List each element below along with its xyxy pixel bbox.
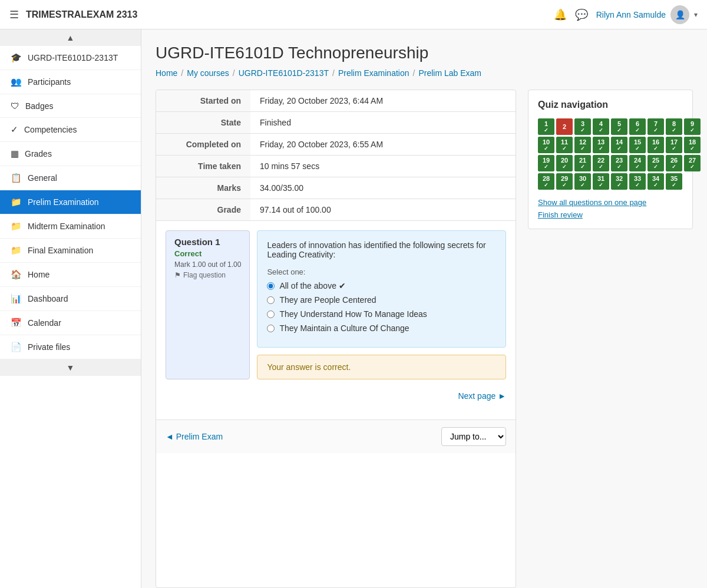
finish-review-link[interactable]: Finish review xyxy=(538,210,683,219)
nav-btn-10[interactable]: 10✓ xyxy=(538,137,554,153)
nav-btn-check-35: ✓ xyxy=(672,182,676,188)
option-label-opt3[interactable]: They Understand How To Manage Ideas xyxy=(279,309,427,319)
nav-btn-num-10: 10 xyxy=(543,138,550,146)
nav-btn-12[interactable]: 12✓ xyxy=(574,137,591,153)
flag-question-button[interactable]: ⚑ Flag question xyxy=(174,271,241,279)
nav-btn-13[interactable]: 13✓ xyxy=(593,137,609,153)
app-title: TRIMESTRALEXAM 2313 xyxy=(26,9,137,20)
sidebar-icon-participants: 👥 xyxy=(11,77,22,87)
nav-btn-35[interactable]: 35✓ xyxy=(666,173,682,190)
nav-btn-33[interactable]: 33✓ xyxy=(629,173,646,190)
time-taken-value: 10 mins 57 secs xyxy=(250,156,516,177)
nav-btn-34[interactable]: 34✓ xyxy=(647,173,664,190)
sidebar-icon-competencies: ✓ xyxy=(11,124,18,135)
nav-btn-11[interactable]: 11✓ xyxy=(556,137,573,153)
breadcrumb-separator: / xyxy=(181,68,183,78)
option-radio-opt3[interactable] xyxy=(267,310,275,318)
nav-btn-18[interactable]: 18✓ xyxy=(684,137,701,153)
sidebar-item-final[interactable]: 📁Final Examination xyxy=(0,239,141,263)
user-name-label: Rilyn Ann Samulde xyxy=(596,10,666,19)
option-label-opt1[interactable]: All of the above ✔ xyxy=(279,281,345,290)
nav-btn-num-11: 11 xyxy=(561,138,568,146)
nav-btn-check-27: ✓ xyxy=(690,164,695,170)
sidebar-item-ugrd[interactable]: 🎓UGRD-ITE6101D-2313T xyxy=(0,46,141,70)
nav-btn-22[interactable]: 22✓ xyxy=(593,155,609,171)
nav-btn-8[interactable]: 8✓ xyxy=(666,118,682,135)
option-radio-opt4[interactable] xyxy=(267,325,275,332)
chat-icon[interactable]: 💬 xyxy=(575,8,588,21)
hamburger-icon[interactable]: ☰ xyxy=(9,8,19,21)
completed-on-label: Completed on xyxy=(156,134,250,156)
nav-btn-15[interactable]: 15✓ xyxy=(629,137,646,153)
sidebar-item-dashboard[interactable]: 📊Dashboard xyxy=(0,287,141,311)
next-page-link[interactable]: Next page ► xyxy=(458,391,506,401)
nav-btn-2[interactable]: 2 xyxy=(556,118,573,135)
question-text: Leaders of innovation has identified the… xyxy=(267,240,496,259)
nav-btn-4[interactable]: 4✓ xyxy=(593,118,609,135)
user-area[interactable]: Rilyn Ann Samulde 👤 ▾ xyxy=(596,5,698,24)
nav-btn-32[interactable]: 32✓ xyxy=(611,173,627,190)
layout: ▲ 🎓UGRD-ITE6101D-2313T👥Participants🛡Badg… xyxy=(0,29,707,588)
sidebar-icon-private-files: 📄 xyxy=(11,342,22,352)
nav-btn-6[interactable]: 6✓ xyxy=(629,118,646,135)
avatar: 👤 xyxy=(670,5,689,24)
bell-icon[interactable]: 🔔 xyxy=(554,8,567,21)
nav-btn-check-10: ✓ xyxy=(544,146,549,151)
sidebar-item-midterm[interactable]: 📁Midterm Examination xyxy=(0,214,141,239)
nav-btn-14[interactable]: 14✓ xyxy=(611,137,627,153)
sidebar-item-participants[interactable]: 👥Participants xyxy=(0,70,141,94)
breadcrumb-item-3[interactable]: Prelim Examination xyxy=(338,68,409,78)
option-radio-opt1[interactable] xyxy=(267,282,275,290)
back-to-prelim-link[interactable]: ◄ Prelim Exam xyxy=(166,432,223,441)
nav-btn-16[interactable]: 16✓ xyxy=(647,137,664,153)
nav-btn-27[interactable]: 27✓ xyxy=(684,155,701,171)
option-label-opt4[interactable]: They Maintain a Culture Of Change xyxy=(279,323,409,333)
breadcrumb-item-0[interactable]: Home xyxy=(156,68,177,78)
nav-btn-23[interactable]: 23✓ xyxy=(611,155,627,171)
sidebar-item-grades[interactable]: ▦Grades xyxy=(0,142,141,166)
nav-btn-30[interactable]: 30✓ xyxy=(574,173,591,190)
nav-btn-21[interactable]: 21✓ xyxy=(574,155,591,171)
show-all-questions-link[interactable]: Show all questions on one page xyxy=(538,198,683,207)
nav-btn-28[interactable]: 28✓ xyxy=(538,173,554,190)
nav-btn-num-15: 15 xyxy=(634,138,641,146)
nav-btn-5[interactable]: 5✓ xyxy=(611,118,627,135)
sidebar-item-competencies[interactable]: ✓Competencies xyxy=(0,118,141,142)
nav-btn-num-8: 8 xyxy=(672,120,676,127)
sidebar-scroll-down[interactable]: ▼ xyxy=(0,359,141,376)
sidebar-item-general[interactable]: 📋General xyxy=(0,166,141,190)
topbar-left: ☰ TRIMESTRALEXAM 2313 xyxy=(9,8,137,21)
sidebar-item-private-files[interactable]: 📄Private files xyxy=(0,335,141,359)
nav-btn-3[interactable]: 3✓ xyxy=(574,118,591,135)
nav-btn-29[interactable]: 29✓ xyxy=(556,173,573,190)
sidebar-scroll-up[interactable]: ▲ xyxy=(0,29,141,46)
breadcrumb-item-2[interactable]: UGRD-ITE6101D-2313T xyxy=(239,68,329,78)
sidebar-item-calendar[interactable]: 📅Calendar xyxy=(0,311,141,335)
nav-btn-num-17: 17 xyxy=(670,138,678,146)
option-label-opt2[interactable]: They are People Centered xyxy=(279,295,376,305)
nav-btn-check-34: ✓ xyxy=(653,182,658,188)
nav-btn-9[interactable]: 9✓ xyxy=(684,118,701,135)
breadcrumb-item-4[interactable]: Prelim Lab Exam xyxy=(418,68,481,78)
flag-label: Flag question xyxy=(183,271,226,279)
nav-btn-25[interactable]: 25✓ xyxy=(647,155,664,171)
option-radio-opt2[interactable] xyxy=(267,296,275,304)
nav-btn-7[interactable]: 7✓ xyxy=(647,118,664,135)
nav-btn-17[interactable]: 17✓ xyxy=(666,137,682,153)
sidebar-item-badges[interactable]: 🛡Badges xyxy=(0,94,141,118)
content-area: Started on Friday, 20 October 2023, 6:44… xyxy=(156,90,693,588)
jump-to-select[interactable]: Jump to...Question 1Question 2Question 3 xyxy=(441,427,506,446)
nav-btn-1[interactable]: 1✓ xyxy=(538,118,554,135)
nav-btn-19[interactable]: 19✓ xyxy=(538,155,554,171)
correct-notice: Your answer is correct. xyxy=(257,355,506,379)
sidebar-item-home[interactable]: 🏠Home xyxy=(0,263,141,287)
nav-btn-26[interactable]: 26✓ xyxy=(666,155,682,171)
nav-btn-31[interactable]: 31✓ xyxy=(593,173,609,190)
nav-btn-20[interactable]: 20✓ xyxy=(556,155,573,171)
breadcrumb-separator: / xyxy=(332,68,335,78)
nav-btn-24[interactable]: 24✓ xyxy=(629,155,646,171)
sidebar-item-prelim[interactable]: 📁Prelim Examination xyxy=(0,190,141,214)
breadcrumb-item-1[interactable]: My courses xyxy=(187,68,229,78)
completed-on-value: Friday, 20 October 2023, 6:55 AM xyxy=(250,134,516,156)
sidebar-label-grades: Grades xyxy=(25,149,52,158)
